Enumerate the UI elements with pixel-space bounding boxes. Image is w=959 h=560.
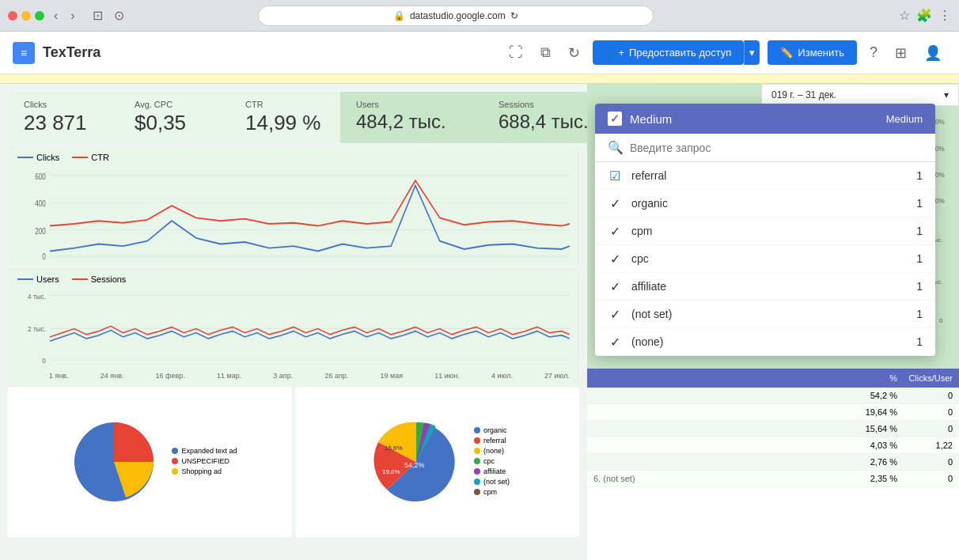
svg-text:600: 600: [35, 172, 46, 181]
chart2-wrapper: 4 тыс. 2 тыс. 0: [17, 287, 570, 370]
ctr-value: 14,99 %: [245, 111, 324, 135]
filter-search-input[interactable]: [630, 142, 923, 154]
users-label: Users: [356, 100, 467, 109]
pie2-legend-cpm: cpm: [474, 488, 510, 496]
main-content: Clicks 23 871 Avg. CPC $0,35 CTR 14,99 %…: [0, 84, 959, 560]
avg-cpc-value: $0,35: [135, 111, 214, 135]
bottom-row: Expanded text ad UNSPECIFIED Shopping ad: [8, 387, 579, 537]
pie2-legend-none: (none): [474, 447, 510, 455]
filter-checkbox-all[interactable]: ✓: [608, 112, 622, 126]
filter-item-none[interactable]: ✓ (none) 1: [595, 328, 935, 356]
legend-ctr: CTR: [72, 153, 109, 162]
filter-item-referral[interactable]: ☑ referral 1: [595, 162, 935, 190]
filter-check-none: ✓: [608, 335, 622, 349]
reload-icon[interactable]: ↻: [510, 10, 518, 21]
extensions-icon[interactable]: 🧩: [916, 8, 932, 23]
minimize-button[interactable]: [21, 11, 31, 21]
filter-item-cpc[interactable]: ✓ cpc 1: [595, 245, 935, 273]
table-header: % Clicks/User: [587, 369, 959, 388]
logo-area: ≡ TexTerra: [13, 42, 100, 64]
sessions-label: Sessions: [498, 100, 587, 109]
users-sessions-chart: Users Sessions 4 тыс. 2 тыс. 0: [8, 268, 579, 387]
pie1-legend-item-unspecified: UNSPECIFIED: [172, 457, 237, 465]
pie2-legend-referral: referral: [474, 437, 510, 445]
chart2-svg: 4 тыс. 2 тыс. 0: [17, 287, 570, 370]
lock-icon: 🔒: [393, 10, 405, 21]
address-bar[interactable]: 🔒 datastudio.google.com ↻: [258, 6, 654, 26]
copy-button[interactable]: ⧉: [536, 40, 555, 66]
legend-users: Users: [17, 274, 59, 284]
filter-dropdown[interactable]: ✓ Medium Medium 🔍 ☑ referral 1 ✓: [595, 104, 935, 356]
table-row: 15,64 % 0: [587, 421, 959, 437]
filter-item-not-set[interactable]: ✓ (not set) 1: [595, 301, 935, 328]
maximize-button[interactable]: [35, 11, 44, 21]
chart2-x-labels: 1 янв. 24 янв. 16 февр. 11 мар. 3 апр. 2…: [17, 372, 570, 380]
provide-access-button[interactable]: 👤+ Предоставить доступ: [593, 40, 744, 65]
close-button[interactable]: [8, 11, 17, 21]
url-text: datastudio.google.com: [410, 10, 506, 21]
users-value: 484,2 тыс.: [356, 111, 467, 133]
traffic-lights: [8, 11, 44, 21]
svg-text:0: 0: [42, 356, 46, 364]
clicks-value: 23 871: [24, 111, 103, 135]
yellow-banner: [0, 74, 959, 84]
app-title: TexTerra: [43, 44, 100, 61]
svg-text:54,2%: 54,2%: [404, 461, 425, 469]
help-button[interactable]: ?: [865, 40, 882, 66]
svg-text:4 тыс.: 4 тыс.: [28, 293, 46, 301]
svg-text:0: 0: [42, 252, 46, 261]
filter-check-referral: ☑: [608, 168, 622, 183]
forward-button[interactable]: ›: [67, 7, 78, 25]
pie1-legend-item-shopping: Shopping ad: [172, 467, 237, 475]
filter-search-row[interactable]: 🔍: [595, 134, 935, 162]
refresh-button[interactable]: ↻: [563, 40, 585, 66]
logo-icon: ≡: [13, 42, 35, 64]
provide-access-dropdown[interactable]: ▾: [744, 40, 760, 65]
date-dropdown-icon[interactable]: ▾: [944, 89, 949, 100]
filter-title: Medium: [630, 112, 672, 126]
search-icon: 🔍: [608, 140, 624, 155]
pie2-legend: organic referral (none) cpc: [474, 426, 510, 498]
pie2-svg: 54,2% 19,6% 15,6%: [365, 411, 468, 513]
clicks-label: Clicks: [24, 100, 103, 109]
bookmark-icon[interactable]: ☆: [899, 8, 910, 23]
account-button[interactable]: 👤: [919, 40, 946, 66]
metric-cards: Clicks 23 871 Avg. CPC $0,35 CTR 14,99 %…: [8, 92, 579, 143]
back-button[interactable]: ‹: [51, 7, 61, 25]
pie1-legend: Expanded text ad UNSPECIFIED Shopping ad: [172, 447, 237, 478]
date-range-text: 019 г. – 31 дек.: [771, 89, 836, 100]
filter-check-cpm: ✓: [608, 224, 622, 238]
chart1-svg: 600 400 200 0: [17, 165, 570, 265]
svg-text:0: 0: [939, 317, 943, 324]
browser-chrome: ‹ › ⊡ ⊙ 🔒 datastudio.google.com ↻ ☆ 🧩 ⋮: [0, 0, 959, 32]
filter-item-organic[interactable]: ✓ organic 1: [595, 190, 935, 218]
grid-button[interactable]: ⊞: [890, 40, 912, 66]
clicks-ctr-chart: Clicks CTR 600 400 200: [8, 146, 579, 265]
edit-button[interactable]: ✏️ Изменить: [768, 40, 857, 65]
pie1-legend-item-expanded: Expanded text ad: [172, 447, 237, 455]
filter-header: ✓ Medium Medium: [595, 104, 935, 134]
browser-actions: ☆ 🧩 ⋮: [899, 8, 951, 23]
fullscreen-button[interactable]: ⛶: [504, 40, 528, 66]
filter-item-affiliate[interactable]: ✓ affiliate 1: [595, 273, 935, 301]
menu-icon[interactable]: ⋮: [938, 8, 951, 23]
filter-item-cpm[interactable]: ✓ cpm 1: [595, 218, 935, 245]
filter-check-cpc: ✓: [608, 252, 622, 266]
header-actions: ⛶ ⧉ ↻ 👤+ Предоставить доступ ▾ ✏️ Измени…: [504, 40, 946, 66]
table-row: 2,76 % 0: [587, 454, 959, 471]
tab-icon-button[interactable]: ⊡: [89, 6, 106, 25]
chart2-legend: Users Sessions: [17, 274, 570, 284]
history-button[interactable]: ⊙: [111, 6, 127, 25]
clicks-card: Clicks 23 871: [8, 92, 119, 143]
date-bar[interactable]: 019 г. – 31 дек. ▾: [761, 84, 959, 106]
avg-cpc-card: Avg. CPC $0,35: [119, 92, 229, 143]
table-col-pct: %: [850, 373, 897, 383]
svg-text:2 тыс.: 2 тыс.: [28, 325, 46, 333]
table-col-clicks: Clicks/User: [897, 373, 953, 383]
table-row: 4,03 % 1,22: [587, 437, 959, 454]
svg-text:19,6%: 19,6%: [382, 468, 400, 475]
legend-sessions: Sessions: [72, 274, 127, 284]
svg-text:0%: 0%: [935, 198, 945, 205]
table-row-last: 6. (not set) 2,35 % 0: [587, 471, 959, 487]
pie2-legend-organic: organic: [474, 426, 510, 434]
